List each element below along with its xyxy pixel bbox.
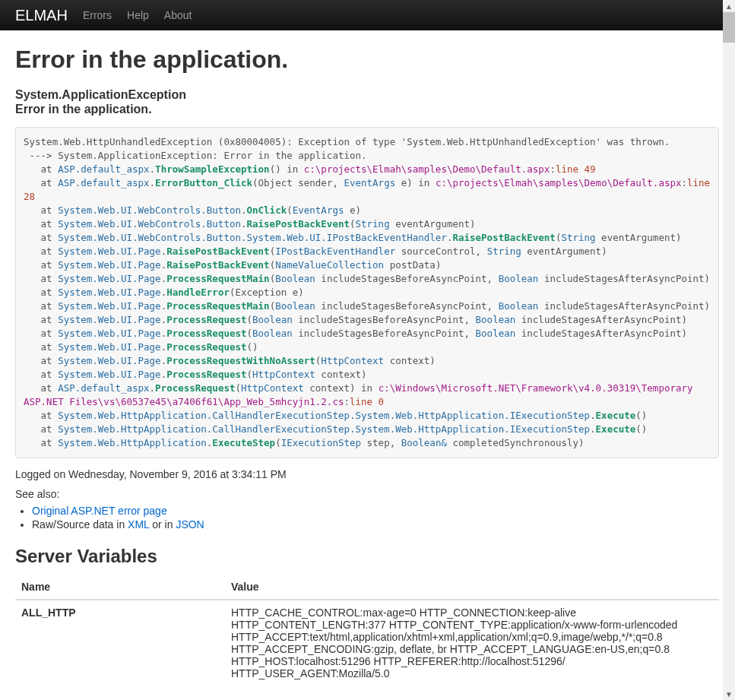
scroll-down-icon[interactable]: ▼ bbox=[723, 688, 735, 700]
var-name: ALL_HTTP bbox=[15, 600, 225, 686]
page-title: Error in the application. bbox=[15, 46, 719, 74]
stack-frame: at System.Web.UI.Page.ProcessRequestMain… bbox=[24, 273, 710, 284]
exception-message: Error in the application. bbox=[15, 102, 719, 116]
var-value: HTTP_CACHE_CONTROL:max-age=0 HTTP_CONNEC… bbox=[225, 600, 719, 686]
nav-help[interactable]: Help bbox=[127, 9, 149, 21]
brand[interactable]: ELMAH bbox=[15, 7, 68, 24]
scrollbar-track[interactable]: ▲ ▼ bbox=[723, 0, 735, 700]
stack-frame: at System.Web.UI.WebControls.Button.Syst… bbox=[24, 232, 681, 243]
stack-frame: at ASP.default_aspx.ProcessRequest(HttpC… bbox=[24, 382, 699, 407]
stack-frame: at System.Web.HttpApplication.CallHandle… bbox=[24, 423, 647, 435]
stack-frame: at System.Web.UI.Page.ProcessRequest(Boo… bbox=[24, 314, 687, 325]
content: Error in the application. System.Applica… bbox=[0, 30, 734, 700]
stack-line: System.Web.HttpUnhandledException (0x800… bbox=[24, 136, 670, 161]
exception-type: System.ApplicationException bbox=[15, 87, 719, 102]
original-error-link[interactable]: Original ASP.NET error page bbox=[32, 505, 167, 517]
stack-frame: at System.Web.UI.WebControls.Button.OnCl… bbox=[24, 204, 361, 216]
stack-frame: at ASP.default_aspx.ThrowSampleException… bbox=[24, 163, 596, 175]
stack-frame: at System.Web.UI.Page.ProcessRequest(Htt… bbox=[24, 369, 367, 380]
stack-frame: at System.Web.UI.Page.RaisePostBackEvent… bbox=[24, 245, 607, 257]
server-vars-table: Name Value ALL_HTTP HTTP_CACHE_CONTROL:m… bbox=[15, 575, 719, 686]
scrollbar-thumb[interactable] bbox=[723, 12, 735, 43]
xml-link[interactable]: XML bbox=[128, 518, 149, 531]
table-row: ALL_HTTP HTTP_CACHE_CONTROL:max-age=0 HT… bbox=[15, 600, 719, 686]
logged-timestamp: Logged on Wednesday, November 9, 2016 at… bbox=[15, 468, 719, 480]
stack-frame: at System.Web.UI.Page.ProcessRequestWith… bbox=[24, 355, 436, 366]
nav-about[interactable]: About bbox=[164, 9, 192, 21]
json-link[interactable]: JSON bbox=[176, 518, 204, 531]
col-name: Name bbox=[15, 575, 225, 600]
stack-frame: at System.Web.HttpApplication.CallHandle… bbox=[24, 410, 647, 421]
stack-frame: at System.Web.UI.WebControls.Button.Rais… bbox=[24, 218, 476, 230]
see-also-list: Original ASP.NET error page Raw/Source d… bbox=[32, 505, 719, 531]
stack-frame: at System.Web.UI.Page.ProcessRequest(Boo… bbox=[24, 328, 687, 339]
stack-frame: at ASP.default_aspx.ErrorButton_Click(Ob… bbox=[24, 177, 716, 202]
server-vars-heading: Server Variables bbox=[15, 546, 719, 567]
scroll-up-icon[interactable]: ▲ bbox=[723, 0, 735, 12]
see-also-label: See also: bbox=[15, 488, 719, 500]
navbar: ELMAH Errors Help About bbox=[0, 0, 735, 30]
stack-frame: at System.Web.UI.Page.HandleError(Except… bbox=[24, 287, 304, 298]
stack-frame: at System.Web.UI.Page.RaisePostBackEvent… bbox=[24, 259, 441, 271]
stack-trace: System.Web.HttpUnhandledException (0x800… bbox=[15, 127, 719, 458]
list-item: Raw/Source data in XML or in JSON bbox=[32, 518, 719, 531]
list-item: Original ASP.NET error page bbox=[32, 505, 719, 517]
stack-frame: at System.Web.UI.Page.ProcessRequest() bbox=[24, 341, 258, 353]
stack-frame: at System.Web.HttpApplication.ExecuteSte… bbox=[24, 437, 585, 448]
col-value: Value bbox=[225, 575, 719, 600]
or-in-label: or in bbox=[149, 518, 176, 531]
stack-frame: at System.Web.UI.Page.ProcessRequestMain… bbox=[24, 300, 710, 312]
raw-label: Raw/Source data in bbox=[32, 518, 128, 531]
nav-errors[interactable]: Errors bbox=[83, 9, 112, 21]
